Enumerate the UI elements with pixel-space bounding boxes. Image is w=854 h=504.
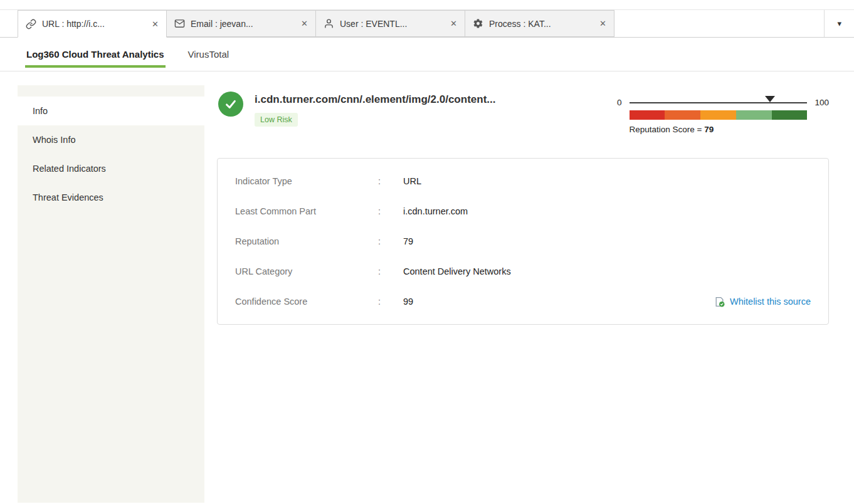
table-row: URL Category : Content Delivery Networks xyxy=(218,256,828,286)
gauge-caption: Reputation Score = 79 xyxy=(630,125,808,134)
detail-colon: : xyxy=(378,206,403,216)
tab-label: URL : http://i.c... xyxy=(42,19,145,29)
detail-label: URL Category xyxy=(235,266,378,276)
tab-email[interactable]: Email : jeevan... ✕ xyxy=(167,10,316,37)
detail-value: i.cdn.turner.com xyxy=(403,206,468,216)
tab-log360-cloud-threat-analytics[interactable]: Log360 Cloud Threat Analytics xyxy=(25,38,166,71)
detail-value: 99 xyxy=(403,297,413,307)
close-icon[interactable]: ✕ xyxy=(450,19,457,28)
sidebar: Info Whois Info Related Indicators Threa… xyxy=(18,85,204,503)
indicator-header: i.cdn.turner.com/cnn/.element/img/2.0/co… xyxy=(217,89,829,134)
close-icon[interactable]: ✕ xyxy=(301,19,308,28)
table-row: Indicator Type : URL xyxy=(218,166,828,196)
tab-label: Email : jeevan... xyxy=(191,19,295,29)
reputation-gauge: 0 100 Reputation Score = 79 xyxy=(617,98,829,134)
low-risk-check-icon xyxy=(218,92,243,117)
details-card: Indicator Type : URL Least Common Part :… xyxy=(217,158,829,325)
tab-user[interactable]: User : EVENTL... ✕ xyxy=(316,10,465,37)
source-tab-bar: Log360 Cloud Threat Analytics VirusTotal xyxy=(0,38,854,71)
detail-colon: : xyxy=(378,266,403,276)
gauge-segment xyxy=(736,110,772,120)
detail-label: Reputation xyxy=(235,236,378,246)
entity-tab-bar: URL : http://i.c... ✕ Email : jeevan... … xyxy=(0,10,854,38)
gauge-caption-prefix: Reputation Score = xyxy=(630,125,705,134)
gauge-bar xyxy=(630,110,808,120)
gauge-min-label: 0 xyxy=(617,98,622,107)
gauge-segment xyxy=(630,110,665,120)
gauge-line xyxy=(630,102,808,103)
whitelist-doc-check-icon xyxy=(714,297,725,307)
user-icon xyxy=(324,18,334,29)
sidebar-item-threat-evidences[interactable]: Threat Evidences xyxy=(18,183,204,212)
gauge-max-label: 100 xyxy=(814,98,829,107)
close-icon[interactable]: ✕ xyxy=(599,19,606,28)
tab-url[interactable]: URL : http://i.c... ✕ xyxy=(18,10,167,38)
table-row: Least Common Part : i.cdn.turner.com xyxy=(218,196,828,226)
gauge-marker-icon xyxy=(765,96,775,102)
detail-label: Least Common Part xyxy=(235,206,378,216)
detail-value: 79 xyxy=(403,236,413,246)
process-icon xyxy=(473,18,483,29)
whitelist-link-label: Whitelist this source xyxy=(730,297,811,307)
indicator-title-block: i.cdn.turner.com/cnn/.element/img/2.0/co… xyxy=(255,89,495,127)
chevron-down-icon[interactable]: ▾ xyxy=(824,10,854,37)
table-row: Confidence Score : 99 Whitelist this sou… xyxy=(218,286,828,317)
sidebar-item-info[interactable]: Info xyxy=(18,97,204,125)
detail-value: URL xyxy=(403,176,421,186)
gauge-segment xyxy=(665,110,700,120)
risk-badge: Low Risk xyxy=(255,113,298,127)
detail-label: Confidence Score xyxy=(235,297,378,307)
content-area: Info Whois Info Related Indicators Threa… xyxy=(0,85,854,503)
tab-process[interactable]: Process : KAT... ✕ xyxy=(465,10,614,37)
table-row: Reputation : 79 xyxy=(218,226,828,256)
detail-colon: : xyxy=(378,236,403,246)
sidebar-item-related-indicators[interactable]: Related Indicators xyxy=(18,154,204,183)
detail-value: Content Delivery Networks xyxy=(403,266,511,276)
link-icon xyxy=(26,19,36,29)
gauge-score-value: 79 xyxy=(704,125,714,134)
gauge-segment xyxy=(772,110,808,120)
main-panel: i.cdn.turner.com/cnn/.element/img/2.0/co… xyxy=(204,85,854,503)
tab-label: Process : KAT... xyxy=(489,19,593,29)
sidebar-item-whois-info[interactable]: Whois Info xyxy=(18,125,204,154)
tab-label: User : EVENTL... xyxy=(340,19,444,29)
close-icon[interactable]: ✕ xyxy=(152,20,159,28)
whitelist-source-link[interactable]: Whitelist this source xyxy=(714,297,811,307)
top-strip xyxy=(0,0,854,10)
gauge-segment xyxy=(700,110,736,120)
indicator-title: i.cdn.turner.com/cnn/.element/img/2.0/co… xyxy=(255,93,495,106)
detail-colon: : xyxy=(378,297,403,307)
detail-label: Indicator Type xyxy=(235,176,378,186)
email-icon xyxy=(174,18,185,29)
tab-virustotal[interactable]: VirusTotal xyxy=(187,38,231,71)
detail-colon: : xyxy=(378,176,403,186)
